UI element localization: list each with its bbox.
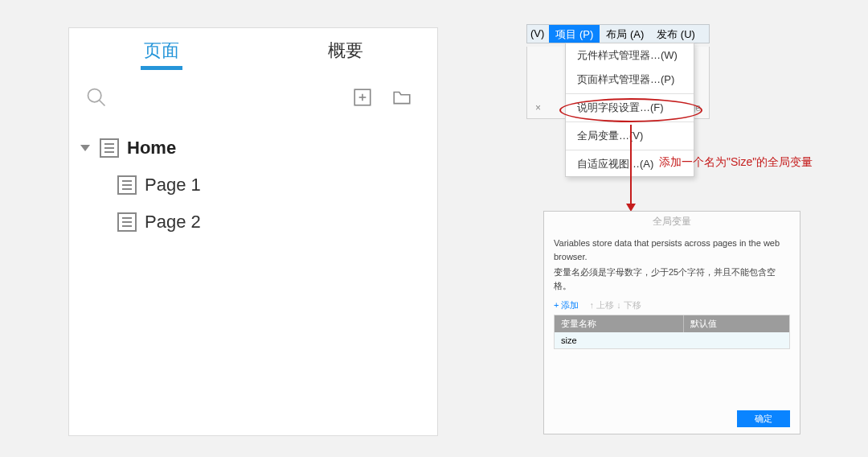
search-icon [85,86,108,109]
table-row[interactable]: size [555,332,789,348]
dialog-footer: 确定 [737,410,790,427]
menu-item-notes-fields[interactable]: 说明字段设置…(F) [566,96,694,120]
add-page-icon[interactable] [352,87,373,108]
page-icon [117,212,137,232]
cell-variable-name[interactable]: size [555,332,684,348]
svg-point-0 [88,89,101,102]
menu-publish[interactable]: 发布 (U) [650,25,702,43]
search-input[interactable] [85,86,352,109]
tree-label: Home [127,138,176,159]
tree-node-page[interactable]: Page 1 [77,167,428,204]
tab-overview[interactable]: 概要 [253,28,437,73]
panel-toolbar [69,73,437,121]
dialog-title: 全局变量 [544,212,800,232]
tree-label: Page 1 [145,175,201,196]
menu-separator [566,121,694,122]
menubar: (V) 项目 (P) 布局 (A) 发布 (U) [526,24,710,43]
dialog-toolbar: + 添加 ↑ 上移 ↓ 下移 [544,294,800,315]
col-header-default: 默认值 [684,315,789,332]
panel-tabs: 页面 概要 [69,28,437,73]
menu-item-page-styles[interactable]: 页面样式管理器…(P) [566,68,694,92]
cell-variable-default[interactable] [684,332,789,348]
menu-layout[interactable]: 布局 (A) [600,25,650,43]
page-tree: Home Page 1 Page 2 [69,121,437,241]
global-variables-dialog: 全局变量 Variables store data that persists … [543,211,800,434]
annotation-text: 添加一个名为"Size"的全局变量 [659,155,813,170]
dialog-desc-line: Variables store data that persists acros… [554,237,790,263]
page-icon [117,175,137,195]
close-tab-icon[interactable]: × [535,102,541,113]
tree-node-page[interactable]: Page 2 [77,204,428,241]
caret-down-icon [80,145,90,151]
move-down-button[interactable]: ↓ 下移 [616,300,641,310]
dialog-desc-line: 变量名必须是字母数字，少于25个字符，并且不能包含空格。 [554,266,790,292]
menu-project[interactable]: 项目 (P) [549,25,600,43]
dialog-description: Variables store data that persists acros… [544,232,800,292]
svg-line-1 [100,101,105,106]
annotation-arrow [630,125,632,205]
variables-table: 变量名称 默认值 size [554,315,790,349]
pages-panel: 页面 概要 Home Page 1 Page 2 [68,27,438,436]
tree-node-home[interactable]: Home [77,130,428,167]
page-icon [100,138,119,158]
add-variable-button[interactable]: + 添加 [554,300,579,310]
move-up-button[interactable]: ↑ 上移 [590,300,615,310]
panel-actions [352,87,421,108]
tree-label: Page 2 [145,212,201,233]
col-header-name: 变量名称 [555,315,684,332]
menubar-truncated[interactable]: (V) [527,25,549,43]
table-header: 变量名称 默认值 [555,315,789,332]
folder-icon[interactable] [391,87,413,108]
ok-button[interactable]: 确定 [737,410,790,427]
menu-item-widget-styles[interactable]: 元件样式管理器…(W) [566,43,694,68]
menu-separator [566,93,694,94]
tab-pages[interactable]: 页面 [69,28,253,73]
